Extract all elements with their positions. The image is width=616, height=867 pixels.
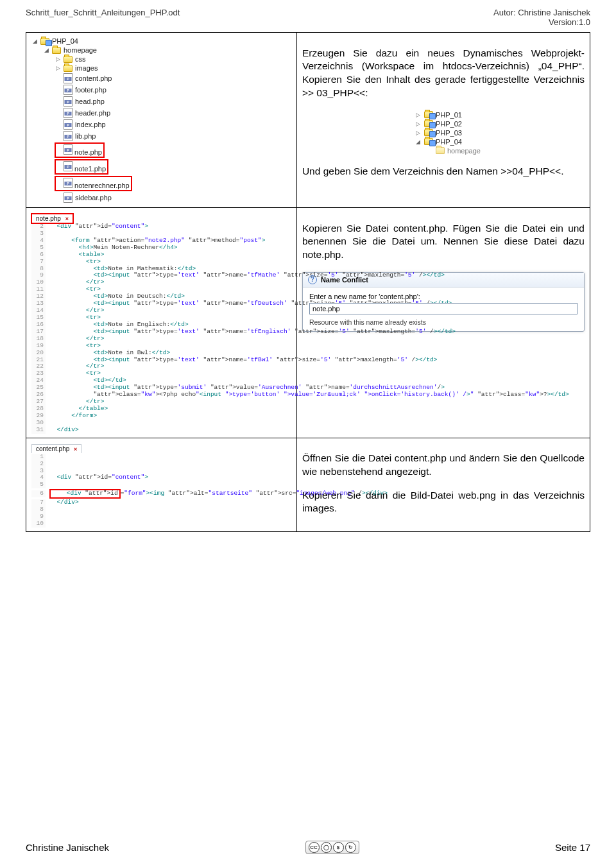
tree-item[interactable]: P header.php	[31, 107, 291, 119]
svg-text:P: P	[67, 182, 69, 185]
page-footer: Christine Janischek CC ◯ $ ↻ Seite 17	[26, 841, 590, 854]
php-file-icon: P	[64, 73, 73, 83]
tree-item[interactable]: P content.php	[31, 73, 291, 84]
folder-icon	[424, 138, 433, 145]
tree-label: homepage	[64, 46, 97, 54]
tree-item[interactable]: P footer.php	[31, 84, 291, 96]
php-file-icon: P	[64, 119, 73, 130]
svg-text:P: P	[67, 135, 69, 139]
tree-item[interactable]: ▷ images	[31, 64, 291, 73]
editor-tab-label: note.php	[36, 215, 61, 222]
tree-label: index.php	[75, 121, 106, 128]
close-icon[interactable]: ×	[74, 446, 77, 452]
editor-tab-content[interactable]: content.php ×	[31, 444, 81, 453]
cc-license-badge: CC ◯ $ ↻	[305, 841, 359, 854]
php-file-icon: P	[64, 178, 73, 188]
tree-item[interactable]: P sidebar.php	[31, 192, 291, 203]
tree-item[interactable]: P head.php	[31, 96, 291, 107]
php-file-icon: P	[64, 144, 73, 155]
tree-item[interactable]: P lib.php	[31, 130, 291, 142]
editor-tab-note[interactable]: note.php ×	[31, 214, 73, 223]
tree-label: images	[75, 64, 98, 72]
row1-text1: Erzeugen Sie dazu ein neues Dynamisches …	[302, 47, 585, 101]
tree-label: content.php	[75, 74, 112, 82]
folder-icon	[424, 129, 433, 136]
editor-tab-label: content.php	[36, 445, 69, 452]
tree-label: homepage	[447, 147, 481, 155]
tree-label: notenrechner.php	[74, 182, 130, 189]
folder-icon	[64, 56, 73, 63]
svg-text:P: P	[67, 123, 69, 127]
tree-item[interactable]: ▷ css	[31, 55, 291, 64]
tree-label: PHP_01	[436, 111, 462, 119]
folder-icon	[424, 120, 433, 127]
tree-item[interactable]: ◢ PHP_04	[415, 137, 585, 146]
folder-icon	[52, 47, 61, 54]
tree-label: PHP_03	[436, 129, 462, 137]
cc-by-icon: ◯	[321, 842, 332, 853]
cc-sa-icon: ↻	[345, 842, 356, 853]
php-file-icon: P	[64, 85, 73, 95]
mini-project-list[interactable]: ▷ PHP_01▷ PHP_02▷ PHP_03◢ PHP_04 homepag…	[415, 110, 585, 155]
svg-text:P: P	[67, 165, 69, 169]
tree-item[interactable]: ▷ PHP_02	[415, 119, 585, 128]
tree-label: lib.php	[75, 132, 96, 140]
dialog-icon: ?	[308, 275, 317, 284]
row3-text2: Kopieren Sie dann die Bild-Datei web.png…	[302, 489, 585, 516]
folder-icon	[436, 147, 445, 154]
tree-label: note1.php	[74, 165, 106, 173]
php-file-icon: P	[64, 96, 73, 107]
tree-item[interactable]: ◢ PHP_04	[31, 37, 291, 46]
php-file-icon: P	[64, 108, 73, 118]
row3-text1: Öffnen Sie die Datei content.php und än­…	[302, 452, 585, 479]
dialog-prompt: Enter a new name for 'content.php':	[309, 293, 578, 300]
svg-text:P: P	[67, 89, 69, 92]
close-icon[interactable]: ×	[65, 216, 69, 222]
tree-item[interactable]: P notenrechner.php	[31, 175, 291, 192]
version-line: Version:1.0	[493, 17, 590, 27]
tree-label: note.php	[74, 148, 102, 156]
tree-item[interactable]: P note.php	[31, 142, 291, 159]
folder-icon	[424, 111, 433, 118]
cc-cc-icon: CC	[309, 842, 320, 853]
dialog-input[interactable]	[309, 303, 578, 314]
svg-text:P: P	[67, 77, 69, 81]
tree-item[interactable]: ▷ PHP_03	[415, 128, 585, 137]
folder-icon	[40, 38, 49, 45]
folder-icon	[64, 65, 73, 72]
svg-text:P: P	[67, 148, 69, 152]
tree-label: sidebar.php	[75, 194, 112, 202]
row2-text: Kopieren Sie Datei content.php. Fügen Si…	[302, 222, 585, 262]
tree-item[interactable]: ▷ PHP_01	[415, 110, 585, 119]
tree-label: footer.php	[75, 86, 107, 94]
dialog-title: Name Conflict	[321, 276, 368, 284]
tree-label: header.php	[75, 109, 110, 117]
tree-label: head.php	[75, 98, 105, 105]
php-file-icon: P	[64, 131, 73, 141]
tree-label: PHP_04	[436, 138, 462, 146]
code-editor-row2[interactable]: 2 <div "attr">id="content"> 3 4 <form "a…	[31, 223, 291, 434]
svg-text:P: P	[67, 112, 69, 116]
svg-text:P: P	[67, 100, 69, 104]
tree-label: PHP_04	[52, 37, 78, 45]
tree-item[interactable]: ◢ homepage	[31, 46, 291, 55]
cc-nc-icon: $	[333, 842, 344, 853]
php-file-icon: P	[64, 161, 73, 171]
doc-title: Schritt_fuer_Schritt_Anleitungen_PHP.odt	[26, 8, 180, 27]
php-file-icon: P	[64, 193, 73, 203]
dialog-message: Resource with this name already exists	[309, 318, 578, 326]
tree-item[interactable]: P index.php	[31, 119, 291, 130]
page-header: Schritt_fuer_Schritt_Anleitungen_PHP.odt…	[0, 0, 616, 31]
row1-text2: Und geben Sie dem Verzeichnis den Namen …	[302, 165, 585, 178]
tree-label: PHP_02	[436, 120, 462, 128]
tree-label: css	[75, 55, 86, 63]
footer-page: Seite 17	[555, 842, 590, 853]
svg-text:P: P	[67, 196, 69, 200]
footer-author: Christine Janischek	[26, 842, 109, 853]
project-tree[interactable]: ◢ PHP_04◢ homepage▷ css▷ imagesP content…	[31, 37, 291, 203]
author-line: Autor: Christine Janischek	[493, 8, 590, 17]
code-editor-row3[interactable]: 1 2 3 4 <div "attr">id="content"> 5 6 <d…	[31, 454, 291, 528]
instructions-table: ◢ PHP_04◢ homepage▷ css▷ imagesP content…	[26, 32, 590, 532]
tree-item[interactable]: P note1.php	[31, 159, 291, 175]
tree-item[interactable]: homepage	[415, 146, 585, 155]
